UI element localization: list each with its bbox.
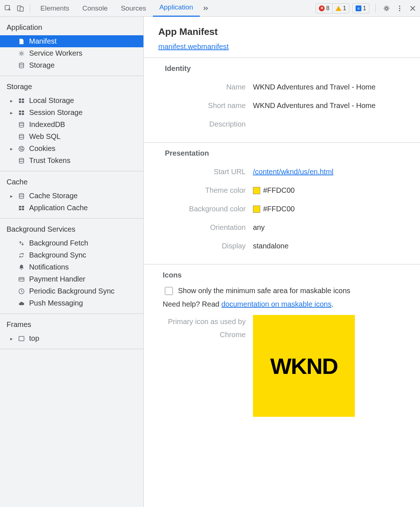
svg-rect-26 [22,206,24,208]
sidebar-item-top[interactable]: top [0,332,143,344]
sidebar-item-session-storage[interactable]: Session Storage [0,107,143,119]
tab-application[interactable]: Application [153,0,200,17]
svg-point-22 [22,149,23,150]
sidebar-item-label: Application Cache [29,204,88,212]
sidebar-item-periodic-background-sync[interactable]: Periodic Background Sync [0,285,143,297]
sidebar-item-application-cache[interactable]: Application Cache [0,202,143,214]
short-name-label: Short name [158,101,253,110]
sidebar-section-header: Background Services [0,223,143,237]
sidebar-item-notifications[interactable]: Notifications [0,261,143,273]
clock-icon [17,287,25,295]
presentation-heading: Presentation [165,149,405,157]
svg-point-23 [19,158,24,160]
svg-point-7 [19,63,24,64]
help-text: Need help? Read documentation on maskabl… [158,300,405,308]
separator [375,4,376,13]
console-counts[interactable]: ✕ 8 1 [316,3,349,13]
issues-number: 1 [363,5,366,12]
svg-rect-8 [19,99,21,100]
sidebar-item-label: Notifications [29,263,69,271]
error-count[interactable]: ✕ 8 [316,4,332,13]
orientation-label: Orientation [158,223,253,232]
manifest-link[interactable]: manifest.webmanifest [158,43,229,51]
short-name-value: WKND Adventures and Travel - Home [253,101,405,110]
close-panel-icon[interactable] [408,3,418,13]
document-icon [17,37,25,45]
sidebar-item-label: Web SQL [29,132,60,141]
maskable-docs-link[interactable]: documentation on maskable icons [221,300,331,308]
sidebar-item-local-storage[interactable]: Local Storage [0,95,143,107]
error-icon: ✕ [319,5,325,11]
sidebar-item-trust-tokens[interactable]: Trust Tokens [0,155,143,167]
more-tabs-icon[interactable] [201,3,211,13]
primary-icon-preview: WKND [253,315,355,417]
svg-rect-31 [19,336,24,341]
sidebar-section-header: Cache [0,176,143,190]
card-icon [17,275,25,283]
sidebar-section-header: Application [0,21,143,35]
sidebar-item-service-workers[interactable]: Service Workers [0,47,143,59]
sidebar-item-indexeddb[interactable]: IndexedDB [0,119,143,131]
panel-tabs: Elements Console Sources Application [34,0,200,17]
database-icon [17,133,25,141]
display-value: standalone [253,242,405,250]
description-label: Description [158,120,253,128]
issues-icon: ≡ [356,5,361,11]
sidebar-item-label: Background Sync [29,251,86,259]
table-icon [17,204,25,212]
tab-sources[interactable]: Sources [114,1,153,17]
name-value: WKND Adventures and Travel - Home [253,83,405,91]
gear-icon [17,49,25,57]
content-pane: App Manifest manifest.webmanifest Identi… [144,17,420,507]
separator [30,4,30,13]
table-icon [17,97,25,105]
sidebar-item-label: Background Fetch [29,239,88,247]
bg-color-label: Background color [158,205,253,213]
sidebar-item-label: Trust Tokens [29,156,70,165]
svg-point-6 [21,52,23,54]
sidebar-item-payment-handler[interactable]: Payment Handler [0,273,143,285]
svg-rect-13 [22,111,24,112]
sidebar-item-manifest[interactable]: Manifest [0,35,143,47]
sidebar-item-push-messaging[interactable]: Push Messaging [0,297,143,309]
more-menu-icon[interactable] [395,3,405,13]
warning-number: 1 [343,5,346,12]
database-icon [17,61,25,69]
settings-icon[interactable] [381,3,392,13]
page-title: App Manifest [158,26,405,37]
cloud-icon [17,299,25,307]
device-toggle-icon[interactable] [15,3,26,14]
icons-heading: Icons [163,271,405,279]
database-icon [17,121,25,129]
tab-elements[interactable]: Elements [34,1,76,17]
inspect-icon[interactable] [2,3,14,14]
start-url-value[interactable]: /content/wknd/us/en.html [253,168,333,176]
svg-point-21 [21,149,21,150]
svg-rect-9 [22,99,24,100]
sidebar-item-background-sync[interactable]: Background Sync [0,249,143,261]
sidebar-item-web-sql[interactable]: Web SQL [0,131,143,143]
sidebar-item-cookies[interactable]: Cookies [0,143,143,155]
identity-heading: Identity [165,64,405,73]
sidebar-item-cache-storage[interactable]: Cache Storage [0,190,143,202]
table-icon [17,109,25,117]
tab-console[interactable]: Console [76,1,114,17]
bg-color-value: #FFDC00 [263,205,295,213]
svg-rect-15 [22,113,24,115]
sidebar-item-label: IndexedDB [29,120,65,129]
maskable-checkbox-label: Show only the minimum safe area for mask… [178,287,350,295]
start-url-label: Start URL [158,168,253,176]
cookie-icon [17,145,25,153]
svg-point-3 [399,5,400,7]
theme-color-label: Theme color [158,186,253,195]
sidebar-item-storage[interactable]: Storage [0,59,143,71]
theme-color-swatch [253,187,260,194]
svg-point-5 [399,10,400,11]
svg-rect-10 [19,101,21,103]
sidebar-item-label: Push Messaging [29,299,83,307]
sidebar-item-background-fetch[interactable]: Background Fetch [0,237,143,249]
issues-count[interactable]: ≡ 1 [352,3,369,13]
svg-point-20 [22,147,23,148]
maskable-checkbox[interactable] [165,287,173,295]
warning-count[interactable]: 1 [332,4,349,13]
